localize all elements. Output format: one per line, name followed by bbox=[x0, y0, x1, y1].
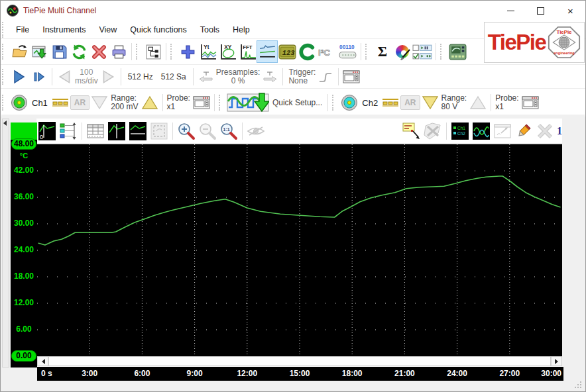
scroll-left-icon bbox=[39, 359, 45, 364]
appearance-button[interactable] bbox=[392, 41, 412, 62]
close-button[interactable]: × bbox=[556, 1, 585, 21]
presamples-value: 0 % bbox=[231, 77, 245, 85]
svg-text:123: 123 bbox=[282, 48, 294, 56]
box-cursor-button[interactable] bbox=[148, 121, 170, 142]
quick-setup-icon[interactable] bbox=[226, 92, 270, 113]
ch1-range-up-button[interactable] bbox=[140, 92, 160, 113]
ch1-range-down-button[interactable] bbox=[89, 92, 109, 113]
ch1-coupling-button[interactable] bbox=[50, 92, 70, 113]
vertical-cursor-button[interactable] bbox=[106, 121, 127, 142]
save-button[interactable] bbox=[49, 41, 69, 62]
plot-area[interactable] bbox=[37, 144, 562, 356]
y-axis-tick[interactable]: 0.00 bbox=[11, 350, 36, 362]
fft-graph-button[interactable]: FFT bbox=[237, 41, 257, 62]
x-axis-tick: 15:00 bbox=[290, 369, 310, 378]
scroll-right-button[interactable] bbox=[551, 357, 561, 366]
legend-button[interactable]: Ch1Ch2 bbox=[449, 121, 471, 142]
trigger-display: Trigger: None bbox=[288, 68, 316, 85]
toolbar-separator bbox=[166, 43, 166, 60]
object-tree-button[interactable] bbox=[143, 41, 163, 62]
menu-quick-functions[interactable]: Quick functions bbox=[123, 22, 193, 38]
oneshot-button[interactable] bbox=[29, 66, 49, 87]
waveform-colors-button[interactable] bbox=[471, 121, 492, 142]
toolbar-grip bbox=[170, 44, 176, 60]
serial-protocol-button[interactable]: 00110 bbox=[337, 41, 358, 62]
menu-help[interactable]: Help bbox=[226, 22, 257, 38]
import-measurement-button[interactable] bbox=[29, 41, 49, 62]
measure-settings-button[interactable] bbox=[341, 66, 361, 87]
xy-graph-button[interactable]: XY bbox=[217, 41, 237, 62]
hotkeys-button[interactable] bbox=[412, 41, 433, 62]
x-axis-tick: 12:00 bbox=[237, 369, 257, 378]
i2c-button[interactable]: I²C bbox=[317, 41, 337, 62]
presamples-decrease-button[interactable] bbox=[196, 66, 216, 87]
timebase-increase-button[interactable] bbox=[98, 66, 118, 87]
start-button[interactable] bbox=[9, 66, 29, 87]
sum-button[interactable]: Σ bbox=[373, 41, 392, 62]
ch2-bnc-icon[interactable] bbox=[339, 92, 359, 113]
close-graph-button[interactable] bbox=[534, 121, 556, 142]
y-axis-top-button[interactable] bbox=[11, 122, 37, 140]
zoom-reset-button[interactable]: 1:1 bbox=[218, 121, 239, 142]
quick-setup-label[interactable]: Quick Setup... bbox=[272, 98, 322, 107]
horizontal-scrollbar[interactable] bbox=[37, 356, 562, 366]
maximize-button[interactable] bbox=[526, 1, 556, 21]
presamples-increase-button[interactable] bbox=[260, 66, 280, 87]
svg-text:1:1: 1:1 bbox=[223, 127, 230, 132]
x-axis-tick: 30:00 bbox=[541, 369, 561, 378]
y-axis[interactable]: °C 48.0042.0036.0030.0024.0018.0012.006.… bbox=[11, 122, 37, 368]
print-button[interactable] bbox=[109, 41, 129, 62]
svg-text:Ch2: Ch2 bbox=[457, 131, 465, 136]
ch1-bnc-icon[interactable] bbox=[9, 92, 29, 113]
minimize-button[interactable] bbox=[496, 1, 526, 21]
toolbar-separator bbox=[82, 122, 82, 140]
ch1-probe-value: x1 bbox=[167, 103, 190, 111]
x-axis-tick: 18:00 bbox=[342, 369, 363, 378]
panel-splitter[interactable] bbox=[2, 119, 9, 368]
menu-tools[interactable]: Tools bbox=[194, 22, 226, 38]
menu-instruments[interactable]: Instruments bbox=[36, 22, 92, 38]
scroll-left-button[interactable] bbox=[38, 357, 48, 366]
instrument-button[interactable] bbox=[447, 41, 467, 62]
resize-grip-icon[interactable] bbox=[574, 381, 583, 389]
meter-button[interactable]: 123 bbox=[277, 41, 297, 62]
ch2-range-up-button[interactable] bbox=[468, 92, 488, 113]
minimize-icon bbox=[507, 11, 514, 11]
active-graph-button[interactable] bbox=[257, 41, 277, 62]
menu-file[interactable]: File bbox=[9, 22, 36, 38]
color-wheel-icon bbox=[396, 45, 409, 58]
open-file-button[interactable] bbox=[9, 41, 29, 62]
ch2-range-down-button[interactable] bbox=[420, 92, 440, 113]
pen-eraser-button[interactable] bbox=[513, 121, 534, 142]
zoom-in-button[interactable] bbox=[176, 121, 197, 142]
ch1-settings-button[interactable] bbox=[192, 92, 211, 113]
value-table-button[interactable] bbox=[85, 121, 106, 142]
zero-scale-button[interactable]: 0 bbox=[36, 121, 58, 142]
hide-source-button[interactable] bbox=[245, 121, 266, 142]
toolbar-separator bbox=[242, 122, 243, 140]
trigger-slope-icon[interactable] bbox=[316, 66, 335, 87]
yt-graph-button[interactable]: Yt bbox=[198, 41, 217, 62]
ch1-autoranging-button[interactable]: AR bbox=[70, 95, 89, 110]
delete-button[interactable] bbox=[89, 41, 109, 62]
y-axis-tick[interactable]: 48.00 bbox=[11, 138, 36, 150]
horizontal-cursor-button[interactable] bbox=[127, 121, 148, 142]
axis-offsets-button[interactable] bbox=[58, 121, 79, 142]
export-graph-button[interactable] bbox=[492, 121, 513, 142]
delete-comment-button[interactable] bbox=[422, 121, 443, 142]
x-axis[interactable]: 0 s3:006:009:0012:0015:0018:0021:0024:00… bbox=[37, 367, 563, 381]
refresh-button[interactable] bbox=[69, 41, 89, 62]
ch2-coupling-button[interactable] bbox=[381, 92, 400, 113]
scrollbar-thumb[interactable] bbox=[48, 356, 551, 366]
toolbar-separator bbox=[172, 122, 173, 140]
add-comment-button[interactable] bbox=[401, 121, 422, 142]
ch2-settings-button[interactable] bbox=[520, 92, 540, 113]
ch2-label: Ch2 bbox=[362, 98, 378, 108]
zoom-out-button[interactable] bbox=[197, 121, 218, 142]
add-graph-button[interactable] bbox=[178, 41, 198, 62]
ch2-autoranging-button[interactable]: AR bbox=[400, 95, 420, 110]
toolbar-separator bbox=[121, 68, 121, 85]
menu-view[interactable]: View bbox=[92, 22, 123, 38]
timebase-decrease-button[interactable] bbox=[55, 66, 75, 87]
gauge-button[interactable] bbox=[297, 41, 317, 62]
